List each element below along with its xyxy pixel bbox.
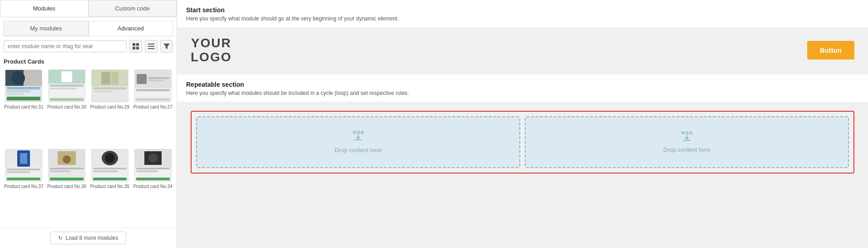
drop-zone-2-label: Drop content here — [663, 146, 710, 153]
module-label-30: Product card No.30 — [47, 104, 86, 110]
start-section-desc: Here you specify what module should go a… — [186, 15, 859, 22]
load-more-button[interactable]: ↻ Load 8 more modules — [50, 232, 126, 244]
filter-button[interactable] — [160, 40, 173, 53]
svg-rect-0 — [133, 43, 135, 46]
repeatable-section-block: Repeatable section Here you specify what… — [177, 74, 868, 183]
repeatable-section-title: Repeatable section — [186, 81, 859, 88]
tab-advanced[interactable]: Advanced — [89, 21, 173, 36]
module-thumb-27 — [134, 69, 172, 102]
svg-rect-12 — [681, 131, 685, 134]
start-section-block: Start section Here you specify what modu… — [177, 0, 868, 74]
module-thumb-36 — [48, 149, 85, 182]
tab-my-modules[interactable]: My modules — [4, 21, 89, 36]
tab-custom-code[interactable]: Custom code — [89, 0, 177, 17]
module-item-35[interactable]: Product card No.35 — [90, 149, 130, 226]
drop-icon-2 — [681, 131, 692, 143]
logo-placeholder: YOUR LOGO — [191, 36, 232, 64]
repeatable-section-desc: Here you specify what modules should be … — [186, 90, 859, 96]
module-label-37: Product card No.37 — [4, 184, 43, 189]
svg-rect-10 — [361, 131, 364, 134]
svg-rect-3 — [136, 47, 139, 50]
module-label-34: Product card No.34 — [133, 184, 173, 189]
product-cards-label: Product Cards — [0, 56, 177, 68]
sub-tab-row: My modules Advanced — [4, 21, 173, 36]
module-item-31[interactable]: Product card No.31 — [4, 69, 44, 146]
module-thumb-30 — [48, 69, 85, 102]
tab-modules[interactable]: Modules — [0, 0, 89, 17]
svg-rect-4 — [148, 44, 154, 45]
module-thumb-35 — [91, 149, 128, 182]
module-thumb-29 — [91, 69, 128, 102]
drop-zone-1[interactable]: Drop content here — [196, 116, 520, 168]
svg-rect-1 — [136, 43, 139, 46]
module-thumb-37 — [5, 149, 42, 182]
module-item-27[interactable]: Product card No.27 — [133, 69, 173, 146]
logo-line1: YOUR — [191, 36, 232, 50]
start-section-content: YOUR LOGO Button — [177, 27, 868, 74]
drop-icon-1 — [353, 131, 364, 143]
orange-button[interactable]: Button — [807, 41, 854, 60]
load-more-row: ↻ Load 8 more modules — [0, 228, 177, 248]
start-section-title: Start section — [186, 6, 859, 14]
svg-rect-14 — [690, 131, 692, 134]
module-thumb-31 — [5, 69, 42, 102]
drop-zone-1-label: Drop content here — [335, 147, 382, 154]
module-item-30[interactable]: Product card No.30 — [47, 69, 87, 146]
left-panel: Modules Custom code My modules Advanced — [0, 0, 177, 248]
svg-rect-6 — [148, 48, 154, 49]
module-label-36: Product card No.36 — [47, 184, 86, 189]
svg-marker-7 — [163, 44, 170, 49]
svg-rect-2 — [133, 47, 135, 50]
drop-zone-2[interactable]: Drop content here — [525, 116, 849, 168]
list-view-button[interactable] — [145, 40, 158, 53]
svg-rect-13 — [686, 131, 689, 134]
module-item-37[interactable]: Product card No.37 — [4, 149, 44, 226]
logo-line2: LOGO — [191, 50, 232, 64]
module-label-35: Product card No.35 — [90, 184, 129, 189]
module-item-34[interactable]: Product card No.34 — [133, 149, 173, 226]
module-label-27: Product card No.27 — [133, 104, 173, 110]
right-panel: Start section Here you specify what modu… — [177, 0, 868, 248]
module-label-31: Product card No.31 — [4, 104, 43, 110]
modules-grid: Product card No.31 Product card No.30 — [0, 68, 177, 228]
search-input[interactable] — [4, 40, 127, 52]
search-row — [0, 36, 177, 56]
module-thumb-34 — [134, 149, 172, 182]
svg-rect-8 — [353, 131, 356, 134]
svg-rect-9 — [357, 131, 360, 134]
repeatable-section-content: Drop content here Drop content here — [177, 102, 868, 183]
refresh-icon: ↻ — [58, 235, 63, 241]
module-label-29: Product card No.29 — [90, 104, 129, 110]
module-item-36[interactable]: Product card No.36 — [47, 149, 87, 226]
drop-zone-container: Drop content here Drop content here — [191, 111, 854, 174]
top-tab-row: Modules Custom code — [0, 0, 177, 17]
svg-rect-5 — [148, 46, 154, 47]
module-item-29[interactable]: Product card No.29 — [90, 69, 130, 146]
grid-view-button[interactable] — [129, 40, 142, 53]
